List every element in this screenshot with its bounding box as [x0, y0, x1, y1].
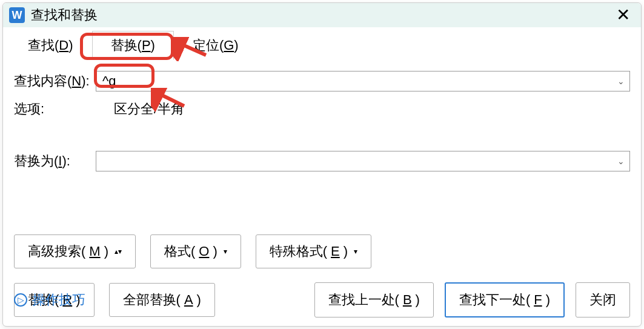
label-text: 查找内容( — [14, 73, 71, 88]
find-replace-dialog: W 查找和替换 ✕ 查找(D) 替换(P) 定位(G) 查找内容(N): ^g — [2, 2, 642, 327]
app-icon: W — [9, 7, 25, 23]
format-button[interactable]: 格式(O)▾ — [150, 234, 241, 268]
label-end: ): — [62, 153, 70, 168]
btn-hotkey: F — [534, 292, 542, 308]
tab-hotkey: D — [59, 38, 68, 53]
btn-end: ) — [416, 292, 420, 308]
footer: ▷ 操作技巧 查找上一处(B) 查找下一处(F) 关闭 — [14, 282, 630, 317]
play-icon: ▷ — [14, 293, 27, 307]
tab-find[interactable]: 查找(D) — [9, 31, 92, 60]
btn-end: ) — [104, 244, 108, 259]
chevron-down-icon[interactable]: ⌄ — [617, 76, 625, 86]
footer-buttons: 查找上一处(B) 查找下一处(F) 关闭 — [314, 282, 630, 317]
label-hotkey: N — [71, 73, 81, 88]
btn-end: ) — [213, 244, 217, 259]
options-label: 选项: — [14, 100, 96, 118]
replace-row: 替换为(I): ⌄ — [14, 151, 630, 171]
tab-label: 定位( — [193, 38, 224, 53]
btn-end: ) — [344, 244, 348, 259]
tabs: 查找(D) 替换(P) 定位(G) — [3, 31, 641, 60]
tab-replace[interactable]: 替换(P) — [92, 31, 174, 60]
caret-down-icon: ▾ — [354, 247, 357, 256]
btn-label: 查找上一处( — [328, 291, 399, 309]
input-value: ^g — [102, 73, 116, 89]
tab-hotkey: G — [224, 38, 234, 53]
btn-hotkey: B — [403, 292, 412, 308]
tab-goto[interactable]: 定位(G) — [174, 31, 257, 60]
replace-with-label: 替换为(I): — [14, 152, 96, 170]
close-button[interactable]: 关闭 — [576, 282, 630, 317]
tab-label: 查找( — [28, 38, 59, 53]
btn-hotkey: E — [331, 244, 340, 259]
find-row: 查找内容(N): ^g ⌄ — [14, 71, 630, 91]
btn-hotkey: M — [89, 244, 100, 259]
operation-tips-link[interactable]: 操作技巧 — [32, 291, 85, 309]
btn-label: 关闭 — [589, 291, 616, 309]
updown-icon: ▴▾ — [115, 247, 122, 256]
caret-down-icon: ▾ — [224, 247, 227, 256]
tab-label-end: ) — [151, 38, 155, 53]
advanced-search-button[interactable]: 高级搜索(M)▴▾ — [14, 234, 136, 268]
label-end: ): — [81, 73, 89, 88]
options-row: 选项: 区分全/半角 — [14, 100, 630, 118]
label-text: 替换为( — [14, 153, 58, 168]
find-next-button[interactable]: 查找下一处(F) — [445, 282, 565, 317]
btn-label: 查找下一处( — [459, 291, 530, 309]
titlebar: W 查找和替换 ✕ — [3, 3, 641, 27]
btn-hotkey: O — [199, 244, 209, 259]
close-icon[interactable]: ✕ — [611, 7, 635, 24]
tab-label-end: ) — [234, 38, 238, 53]
options-value: 区分全/半角 — [114, 100, 184, 118]
btn-label: 格式( — [164, 242, 195, 261]
find-previous-button[interactable]: 查找上一处(B) — [314, 282, 434, 317]
dialog-title: 查找和替换 — [31, 6, 611, 24]
tab-label: 替换( — [111, 38, 142, 53]
tab-label-end: ) — [68, 38, 73, 53]
replace-with-input[interactable]: ⌄ — [96, 151, 630, 171]
special-format-button[interactable]: 特殊格式(E)▾ — [256, 234, 371, 268]
find-content-input[interactable]: ^g ⌄ — [96, 71, 630, 91]
find-content-label: 查找内容(N): — [14, 72, 96, 90]
btn-label: 高级搜索( — [28, 242, 85, 261]
btn-end: ) — [546, 292, 550, 308]
chevron-down-icon[interactable]: ⌄ — [617, 156, 625, 166]
format-buttons-row: 高级搜索(M)▴▾ 格式(O)▾ 特殊格式(E)▾ — [14, 234, 630, 268]
tab-hotkey: P — [142, 38, 151, 53]
btn-label: 特殊格式( — [270, 242, 327, 261]
